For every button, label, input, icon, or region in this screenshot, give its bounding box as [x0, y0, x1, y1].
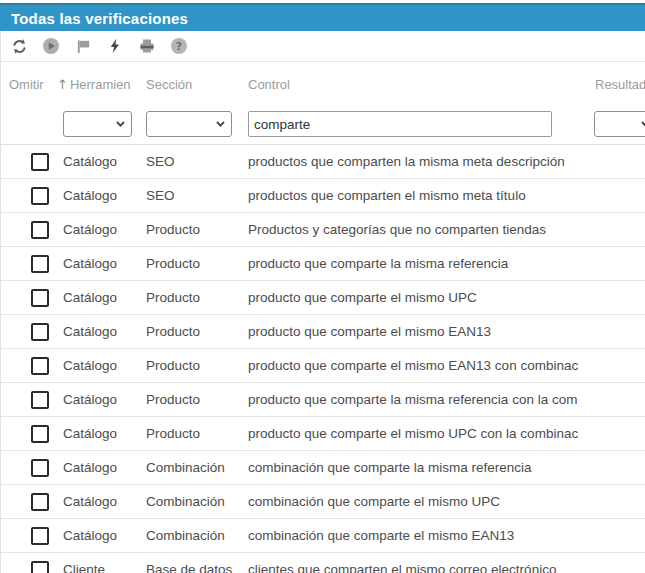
cell-control: combinación que comparte la misma refere… [248, 460, 645, 475]
cell-herramienta: Catálogo [63, 222, 146, 237]
omitir-cell [1, 493, 63, 511]
cell-control: combinación que comparte el mismo EAN13 [248, 528, 645, 543]
cell-herramienta: Catálogo [63, 460, 146, 475]
flag-icon [75, 38, 92, 55]
cell-herramienta: Catálogo [63, 324, 146, 339]
cell-seccion: Producto [146, 426, 248, 441]
omitir-cell [1, 561, 63, 573]
omitir-cell [1, 289, 63, 307]
cell-seccion: Producto [146, 392, 248, 407]
cell-herramienta: Catálogo [63, 154, 146, 169]
cell-herramienta: Cliente [63, 562, 146, 573]
print-button[interactable] [137, 36, 157, 56]
lightning-icon [107, 38, 123, 54]
omitir-cell [1, 187, 63, 205]
row-checkbox[interactable] [31, 425, 49, 443]
table-row[interactable]: Catálogo SEO productos que comparten el … [1, 179, 645, 213]
row-checkbox[interactable] [31, 561, 49, 573]
table-row[interactable]: Catálogo Producto producto que comparte … [1, 383, 645, 417]
refresh-icon [11, 38, 28, 55]
omitir-cell [1, 391, 63, 409]
cell-control: productos que comparten el mismo meta tí… [248, 188, 645, 203]
filter-seccion-wrap [146, 111, 232, 137]
omitir-cell [1, 153, 63, 171]
cell-herramienta: Catálogo [63, 358, 146, 373]
filter-herramienta-wrap [63, 111, 132, 137]
table-row[interactable]: Catálogo Producto producto que comparte … [1, 349, 645, 383]
cell-control: clientes que comparten el mismo correo e… [248, 562, 645, 573]
cell-herramienta: Catálogo [63, 392, 146, 407]
table-row[interactable]: Catálogo Producto producto que comparte … [1, 315, 645, 349]
cell-herramienta: Catálogo [63, 426, 146, 441]
cell-herramienta: Catálogo [63, 290, 146, 305]
filter-resultado-wrap [594, 111, 645, 137]
flag-button[interactable] [73, 36, 93, 56]
cell-seccion: Combinación [146, 460, 248, 475]
column-header-resultado[interactable]: Resultado [595, 77, 645, 92]
cell-seccion: SEO [146, 154, 248, 169]
row-checkbox[interactable] [31, 493, 49, 511]
filter-resultado-select[interactable] [594, 111, 645, 137]
cell-seccion: Base de datos [146, 562, 248, 573]
help-button[interactable]: ? [169, 36, 189, 56]
filter-seccion-select[interactable] [146, 111, 232, 137]
refresh-button[interactable] [9, 36, 29, 56]
page-title: Todas las verificaciones [11, 10, 188, 27]
table-row[interactable]: Catálogo Producto producto que comparte … [1, 247, 645, 281]
row-checkbox[interactable] [31, 323, 49, 341]
grid-header: Omitir ↑ Herramien Sección Control Resul… [1, 62, 645, 145]
row-checkbox[interactable] [31, 289, 49, 307]
toolbar: ? [1, 31, 645, 62]
row-checkbox[interactable] [31, 527, 49, 545]
row-checkbox[interactable] [31, 221, 49, 239]
panel-content: ? Omitir ↑ Herramien Sección Control Res… [0, 31, 645, 573]
svg-text:?: ? [176, 40, 182, 53]
table-row[interactable]: Catálogo Producto producto que comparte … [1, 417, 645, 451]
row-checkbox[interactable] [31, 255, 49, 273]
table-row[interactable]: Catálogo Combinación combinación que com… [1, 451, 645, 485]
cell-seccion: Producto [146, 324, 248, 339]
cell-control: producto que comparte la misma referenci… [248, 392, 645, 407]
column-header-omitir[interactable]: Omitir [9, 77, 44, 92]
cell-control: producto que comparte la misma referenci… [248, 256, 645, 271]
omitir-cell [1, 323, 63, 341]
column-header-control[interactable]: Control [248, 77, 290, 92]
cell-seccion: Producto [146, 358, 248, 373]
cell-herramienta: Catálogo [63, 528, 146, 543]
omitir-cell [1, 357, 63, 375]
row-checkbox[interactable] [31, 459, 49, 477]
row-checkbox[interactable] [31, 187, 49, 205]
cell-seccion: Combinación [146, 494, 248, 509]
cell-herramienta: Catálogo [63, 494, 146, 509]
cell-herramienta: Catálogo [63, 188, 146, 203]
table-row[interactable]: Catálogo Combinación combinación que com… [1, 485, 645, 519]
omitir-cell [1, 527, 63, 545]
sort-asc-icon: ↑ [57, 78, 68, 91]
table-body: Catálogo SEO productos que comparten la … [1, 145, 645, 573]
row-checkbox[interactable] [31, 357, 49, 375]
cell-control: combinación que comparte el mismo UPC [248, 494, 645, 509]
cell-herramienta: Catálogo [63, 256, 146, 271]
printer-icon [138, 37, 156, 55]
table-row[interactable]: Catálogo Producto producto que comparte … [1, 281, 645, 315]
omitir-cell [1, 221, 63, 239]
table-row[interactable]: Catálogo Producto Productos y categorías… [1, 213, 645, 247]
row-checkbox[interactable] [31, 391, 49, 409]
table-row[interactable]: Catálogo SEO productos que comparten la … [1, 145, 645, 179]
table-row[interactable]: Catálogo Combinación combinación que com… [1, 519, 645, 553]
cell-control: producto que comparte el mismo EAN13 [248, 324, 645, 339]
omitir-cell [1, 425, 63, 443]
run-button[interactable] [41, 36, 61, 56]
column-header-herramienta[interactable]: ↑ Herramien [57, 77, 131, 92]
play-icon [42, 37, 60, 55]
row-checkbox[interactable] [31, 153, 49, 171]
cell-control: Productos y categorías que no comparten … [248, 222, 645, 237]
cell-control: producto que comparte el mismo EAN13 con… [248, 358, 645, 373]
column-header-seccion[interactable]: Sección [146, 77, 192, 92]
run-now-button[interactable] [105, 36, 125, 56]
filter-control-input[interactable] [248, 111, 552, 137]
cell-seccion: SEO [146, 188, 248, 203]
column-header-herramienta-label: Herramien [70, 77, 131, 92]
table-row[interactable]: Cliente Base de datos clientes que compa… [1, 553, 645, 573]
filter-herramienta-select[interactable] [63, 111, 132, 137]
